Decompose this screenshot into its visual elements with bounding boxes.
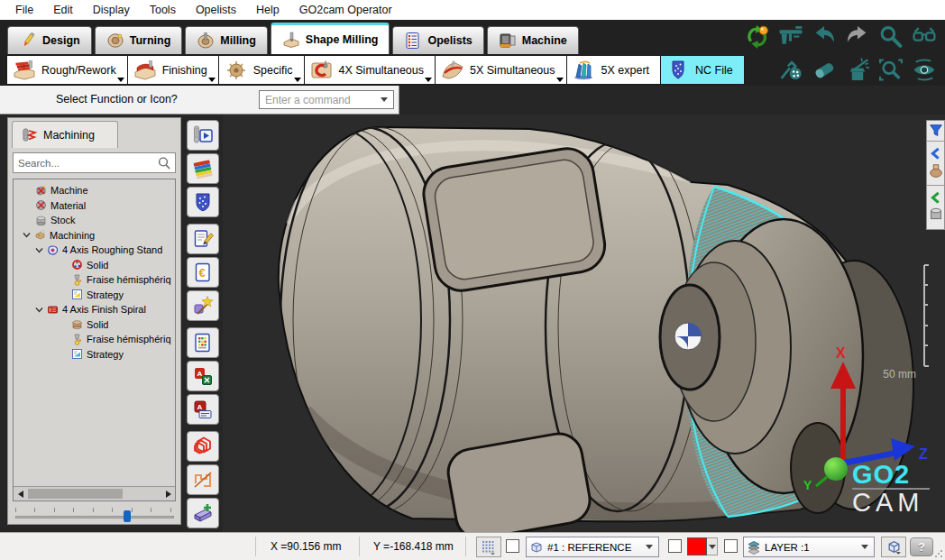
menu-go2cam-operator[interactable]: GO2cam Operator: [289, 4, 402, 16]
menu-tools[interactable]: Tools: [140, 4, 186, 16]
report-button[interactable]: [187, 327, 219, 358]
workplanes-button[interactable]: [187, 431, 219, 462]
add-stock-button[interactable]: [187, 498, 219, 528]
zoom-fit-button[interactable]: [877, 58, 904, 82]
tab-shape-milling[interactable]: Shape Milling: [271, 23, 390, 54]
axis-z-label: Z: [919, 446, 928, 462]
tab-machine[interactable]: Machine: [487, 26, 579, 54]
menu-edit[interactable]: Edit: [43, 4, 83, 16]
5x-expert-icon: [573, 60, 596, 80]
export-pdf-button[interactable]: A: [187, 394, 219, 425]
command-combo[interactable]: Enter a command: [259, 90, 394, 109]
tree-label: Strategy: [87, 349, 124, 360]
5x-expert-button[interactable]: 5X expert: [566, 55, 662, 85]
undo-button[interactable]: [811, 24, 838, 49]
ribbon-button-label: Specific: [253, 64, 293, 77]
machining-tab-icon: [20, 127, 38, 143]
tree-item-machine[interactable]: Machine: [14, 183, 175, 198]
zoom-button[interactable]: [877, 24, 904, 49]
tree-item-stock[interactable]: Stock: [14, 213, 175, 228]
tree-label: Stock: [50, 215, 76, 225]
resize-grip[interactable]: [934, 549, 943, 558]
grid-toggle-button[interactable]: [476, 537, 501, 557]
ballmill-tool-icon: [71, 334, 83, 345]
nc-shield-button[interactable]: [187, 187, 219, 217]
scrollbar-thumb[interactable]: [28, 489, 123, 499]
dropdown-arrow-icon: [117, 78, 124, 82]
chevron-down-icon[interactable]: [34, 305, 44, 315]
slider-thumb[interactable]: [124, 510, 131, 522]
nc-shield-icon: [192, 191, 214, 213]
menu-opelists[interactable]: Opelists: [186, 4, 246, 16]
redo-button[interactable]: [844, 24, 871, 49]
reference-combo[interactable]: #1 : REFERENCE: [526, 537, 659, 557]
eraser-button[interactable]: [811, 58, 838, 82]
4x-simultaneous-button[interactable]: 4X Simultaneous: [304, 55, 436, 85]
tree-horizontal-scrollbar[interactable]: [14, 486, 175, 500]
menu-help[interactable]: Help: [246, 4, 289, 16]
export-excel-button[interactable]: A: [187, 361, 219, 391]
tab-design[interactable]: Design: [7, 26, 92, 54]
scroll-right-arrow[interactable]: [161, 487, 175, 500]
wizard-button[interactable]: [187, 290, 219, 321]
measure-caliper-button[interactable]: [777, 24, 804, 49]
tab-milling[interactable]: Milling: [185, 26, 268, 54]
cost-euro-button[interactable]: €: [187, 257, 219, 288]
tree-label: Fraise hémisphériq: [87, 334, 171, 344]
command-combo-placeholder: Enter a command: [260, 94, 381, 106]
tree-item-solid[interactable]: Solid: [14, 317, 175, 333]
previous-part-button[interactable]: [927, 142, 944, 186]
tab-opelists[interactable]: Opelists: [392, 26, 483, 54]
profile-off-button[interactable]: [187, 464, 219, 495]
chevron-down-icon[interactable]: [22, 230, 32, 240]
search-input[interactable]: Search...: [13, 152, 176, 173]
color-checkbox[interactable]: [668, 539, 682, 553]
help-button[interactable]: ?: [910, 537, 933, 556]
tree-item-machining[interactable]: Machining: [14, 228, 175, 243]
regenerate-button[interactable]: [744, 24, 771, 49]
tree-item-4-axis-finish[interactable]: 4 Axis Finish Spiral: [14, 302, 175, 317]
layer-checkbox[interactable]: [724, 539, 738, 553]
view-glasses-button[interactable]: [911, 24, 938, 49]
previous-stock-button[interactable]: [927, 186, 944, 229]
search-icon: [157, 156, 171, 170]
tools-palette-button[interactable]: [777, 58, 804, 82]
slider-track[interactable]: [15, 516, 174, 519]
color-dropdown-button[interactable]: [707, 537, 718, 555]
nc-file-button[interactable]: NC File: [660, 55, 745, 85]
finishing-button[interactable]: Finishing: [127, 55, 219, 85]
ballmill-tool-icon: [71, 274, 83, 286]
menu-file[interactable]: File: [5, 4, 43, 16]
5x-simultaneous-button[interactable]: 5X Simultaneous: [435, 55, 567, 85]
wizard-icon: [192, 295, 214, 317]
rough-rework-button[interactable]: Rough/Rework: [6, 55, 128, 85]
magic-wand-button[interactable]: [844, 58, 871, 82]
simulation-button[interactable]: [187, 120, 219, 151]
tree-item-strategy[interactable]: Strategy: [14, 288, 175, 303]
color-swatch[interactable]: [687, 537, 707, 555]
display-filter-button[interactable]: [927, 121, 944, 142]
tree-item-strategy[interactable]: Strategy: [14, 347, 175, 363]
reference-checkbox[interactable]: [506, 539, 519, 553]
tree-item-fraise[interactable]: Fraise hémisphériq: [14, 332, 175, 347]
chevron-down-icon: [861, 545, 868, 549]
edit-document-button[interactable]: [187, 224, 219, 254]
layer-combo[interactable]: LAYER :1: [743, 537, 875, 557]
rendering-button[interactable]: [187, 153, 219, 184]
tab-turning[interactable]: Turning: [95, 26, 183, 54]
cost-euro-icon: €: [192, 262, 214, 283]
scroll-left-arrow[interactable]: [14, 487, 27, 500]
visibility-eye-button[interactable]: [911, 58, 938, 82]
tree-zoom-slider[interactable]: [15, 508, 174, 522]
specific-button[interactable]: Specific: [218, 55, 305, 85]
tree-item-4-axis-roughing[interactable]: 4 Axis Roughing Stand: [14, 243, 175, 258]
tree-item-fraise[interactable]: Fraise hémisphériq: [14, 272, 175, 288]
viewport-3d[interactable]: X Z Y 50 mm GO2 CAM: [223, 115, 945, 532]
chevron-down-icon[interactable]: [34, 245, 44, 255]
view-cube-button[interactable]: [881, 537, 906, 557]
machining-panel-tab[interactable]: Machining: [12, 121, 118, 148]
menu-display[interactable]: Display: [83, 4, 140, 16]
tree-item-solid[interactable]: Solid: [14, 258, 175, 273]
tree-item-material[interactable]: Material: [14, 198, 175, 214]
command-bar: Select Function or Icon? Enter a command: [0, 86, 399, 115]
